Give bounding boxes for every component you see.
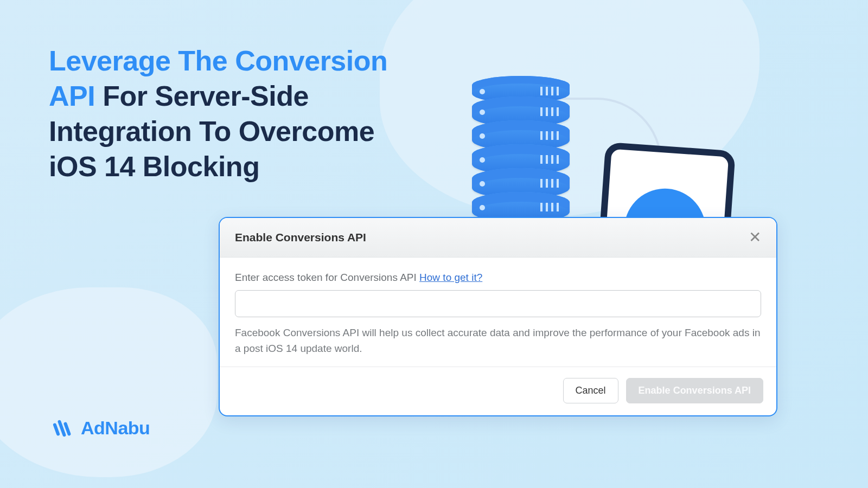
access-token-label-text: Enter access token for Conversions API (235, 272, 419, 283)
adnabu-logo-icon (52, 416, 74, 439)
brand-logo-text: AdNabu (81, 418, 150, 439)
how-to-get-it-link[interactable]: How to get it? (419, 272, 482, 283)
dialog-title: Enable Conversions API (235, 231, 366, 244)
server-stack-icon (472, 76, 570, 216)
headline-rest: For Server-Side Integration To Overcome … (49, 80, 374, 182)
enable-conversions-api-dialog: Enable Conversions API ✕ Enter access to… (219, 217, 777, 416)
cancel-button[interactable]: Cancel (563, 378, 618, 403)
dialog-header: Enable Conversions API ✕ (220, 218, 776, 258)
access-token-input[interactable] (235, 290, 761, 317)
close-icon[interactable]: ✕ (749, 230, 761, 245)
page-headline: Leverage The Conversion API For Server-S… (49, 43, 396, 184)
enable-conversions-api-button[interactable]: Enable Conversions API (626, 378, 763, 403)
brand-logo: AdNabu (52, 416, 150, 439)
server-tablet-illustration (445, 76, 727, 239)
dialog-footer: Cancel Enable Conversions API (220, 367, 776, 415)
access-token-label: Enter access token for Conversions API H… (235, 272, 761, 284)
background-blob-bottom (0, 287, 217, 477)
dialog-help-text: Facebook Conversions API will help us co… (235, 325, 761, 357)
dialog-body: Enter access token for Conversions API H… (220, 258, 776, 367)
